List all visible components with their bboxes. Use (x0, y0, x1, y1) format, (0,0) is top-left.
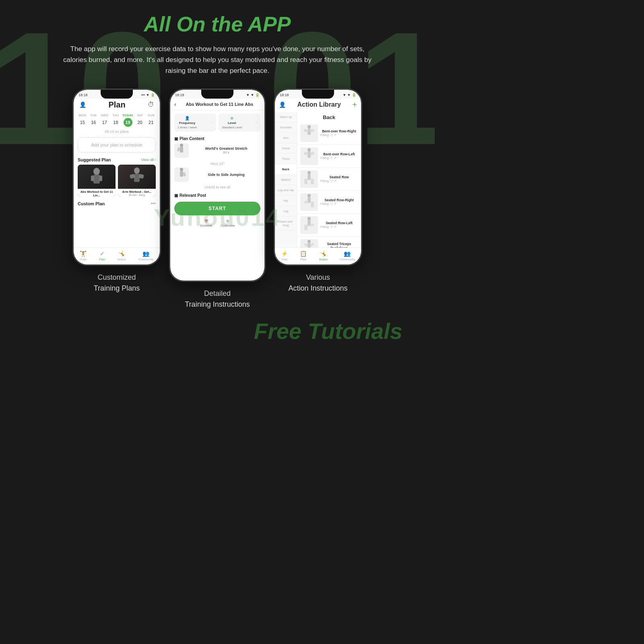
phone1-notch (101, 90, 133, 99)
exercise-row-5[interactable]: Seated Row-Left Fitting: ▽ ↗ (297, 214, 361, 237)
three-dots-icon[interactable]: ••• (151, 201, 156, 206)
svg-rect-33 (310, 224, 314, 226)
day-mon: MON 15 (78, 114, 87, 127)
phone2-time: 18:18 (175, 93, 184, 97)
ex-thumb-6 (300, 239, 318, 248)
phone3-signal: ▼ ▼ 🔋 (343, 93, 356, 97)
frequency-card[interactable]: 👤 Frequency 1 times / week › (174, 114, 216, 132)
exercise-row-4[interactable]: Seated Row-Right Fitting: ▽ ↗ (297, 191, 361, 214)
customize-item[interactable]: ⚙ Customize (221, 219, 235, 227)
ex-thumb-5 (300, 216, 318, 234)
cat-back[interactable]: Back (275, 164, 297, 175)
ex-name-3: Seated Row (320, 175, 358, 179)
svg-rect-17 (310, 129, 315, 132)
frequency-label: Frequency (178, 121, 197, 125)
svg-rect-25 (311, 179, 314, 184)
exercise-item-1: World's Greatest Stretch 60 s (174, 143, 260, 158)
cat-abdomen[interactable]: Abdom (275, 175, 297, 185)
cat-shoulder[interactable]: Shoulder (275, 122, 297, 133)
action-content: Warm up Shoulder Arm Chest Thoro Back Ab… (275, 112, 361, 248)
phone3-frame: 18:18 ▼ ▼ 🔋 👤 Action Library + Warm up S… (274, 89, 362, 266)
suggested-section: Suggested Plan View all › (74, 155, 160, 198)
cat-chest[interactable]: Chest (275, 143, 297, 154)
day-sun: SUN 21 (147, 114, 155, 127)
nav-train[interactable]: 🏋 Train (80, 250, 87, 261)
svg-rect-3 (99, 175, 102, 181)
ex-fitting-2: Fitting: ▽ ↗ (320, 156, 358, 160)
action-lib-header: 👤 Action Library + (275, 99, 361, 112)
add-plan-text: Add your plan to schedule (91, 142, 142, 147)
nav3-train[interactable]: ⚡ Train (281, 250, 288, 261)
customize-icon: ⚙ (226, 219, 229, 223)
nav-plan[interactable]: ✓ Plan (99, 250, 105, 261)
cat-arm[interactable]: Arm (275, 133, 297, 143)
no-plans: 08-19 no plans (74, 128, 160, 135)
suggested-header: Suggested Plan View all › (78, 157, 156, 162)
day-today: Today 19 (122, 114, 133, 127)
back-section-title: Back (297, 112, 361, 122)
arm-figure-svg (125, 167, 149, 187)
exercise-row-3[interactable]: Seated Row Fitting: ▽ ↗ (297, 168, 361, 191)
week-days: MON 15 TUE 16 WED 17 THU (74, 112, 160, 128)
frequency-icon: 👤 (178, 116, 197, 120)
svg-rect-12 (180, 171, 183, 177)
svg-point-11 (180, 168, 183, 171)
schedule-item[interactable]: 📅 Schedule (200, 219, 213, 227)
view-all[interactable]: View all › (141, 158, 156, 162)
svg-rect-29 (311, 202, 314, 207)
add-button[interactable]: + (352, 100, 357, 109)
nav-action[interactable]: 🤸 Action (118, 250, 126, 261)
exercise-list: Back (297, 112, 361, 248)
phone2-wrapper: 18:18 ▼ ▼ 🔋 ‹ Abs Workout to Get 11 Line… (169, 89, 266, 310)
back-arrow-icon[interactable]: ‹ (174, 101, 176, 107)
ex-fitting-3: Fitting: ▽ ↗ (320, 179, 358, 183)
unfold-text[interactable]: Unfold to see all (174, 184, 260, 190)
ex-fitting-1: Fitting: ▽ ↗ (320, 133, 358, 137)
svg-rect-35 (308, 243, 311, 248)
nav3-community[interactable]: 👥 Community (340, 250, 355, 261)
plan-nav-icon: ✓ (100, 250, 105, 257)
ex-fitting-5: Fitting: ▽ ↗ (320, 225, 358, 229)
phone1-bottom-nav: 🏋 Train ✓ Plan 🤸 Action 👥 (74, 248, 160, 264)
svg-rect-24 (304, 179, 308, 184)
schedule-label: Schedule (200, 224, 213, 227)
workout-card-arm[interactable]: Arm Workout - Get... 20 min · Easy (118, 165, 156, 197)
rest-text: Rest 15" (174, 160, 260, 167)
bottom-title: Free Tutorials (16, 318, 419, 344)
exercise-row-2[interactable]: Bent-over Row-Left Fitting: ▽ ↗ (297, 145, 361, 168)
action3-icon: 🤸 (320, 250, 327, 257)
exercise-row-6[interactable]: Seated Triceps Pushdown Fitting: ▽ ↗ (297, 237, 361, 248)
level-card[interactable]: ⊕ Level Standard Level › (219, 114, 260, 132)
svg-point-14 (308, 125, 311, 128)
nav3-action[interactable]: 🤸 Action (319, 250, 328, 261)
freq-level-row: 👤 Frequency 1 times / week › ⊕ Level Sta… (170, 110, 264, 135)
svg-rect-2 (91, 175, 94, 181)
workout-card-abs[interactable]: Abs Workout to Get 11 Lin... 8 min · Eas… (78, 165, 116, 197)
plan3-icon: 📋 (300, 250, 307, 257)
cat-hip[interactable]: Hip (275, 196, 297, 206)
start-button[interactable]: START (174, 202, 260, 215)
exercise-row-1[interactable]: Bent-over Row-Right Fitting: ▽ ↗ (297, 122, 361, 145)
schedule-icon: 📅 (204, 219, 208, 223)
svg-point-26 (308, 194, 311, 197)
frequency-value: 1 times / week (178, 126, 197, 129)
train3-icon: ⚡ (281, 250, 288, 257)
nav-community[interactable]: 👥 Community (138, 250, 154, 261)
exercise-item-2: Side to Side Jumping (174, 167, 260, 182)
cat-leghip[interactable]: Leg and Hip (275, 185, 297, 196)
custom-plan-title: Custom Plan (78, 201, 105, 206)
cat-cardio[interactable]: Heart and lung (275, 217, 297, 231)
nav3-plan[interactable]: 📋 Plan (300, 250, 307, 261)
svg-rect-9 (180, 147, 183, 153)
main-title: All On the APP (16, 12, 419, 36)
train-icon: 🏋 (80, 250, 87, 257)
phone1-caption: Customized Training Plans (94, 272, 140, 294)
sidebar-categories: Warm up Shoulder Arm Chest Thoro Back Ab… (275, 112, 297, 248)
plan-avatar-icon: 👤 (79, 101, 86, 108)
cat-thorax[interactable]: Thoro (275, 154, 297, 164)
add-plan-box[interactable]: Add your plan to schedule (78, 137, 156, 153)
svg-point-34 (308, 240, 311, 243)
cat-leg[interactable]: Leg (275, 206, 297, 217)
abs-bg (78, 165, 116, 189)
cat-warmup[interactable]: Warm up (275, 112, 297, 122)
